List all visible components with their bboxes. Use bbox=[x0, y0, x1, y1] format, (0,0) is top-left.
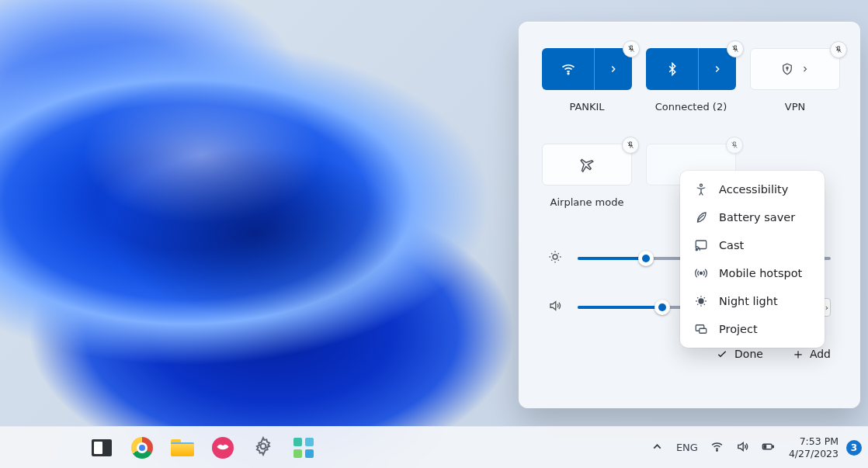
pink-app-button[interactable] bbox=[207, 432, 239, 464]
folder-icon bbox=[171, 439, 194, 456]
svg-point-2 bbox=[553, 255, 557, 259]
panel-footer: Done ＋ Add bbox=[542, 348, 837, 360]
menu-mobile-hotspot[interactable]: Mobile hotspot bbox=[680, 259, 825, 287]
svg-point-6 bbox=[700, 184, 703, 186]
menu-item-label: Project bbox=[719, 323, 758, 335]
chrome-icon bbox=[131, 437, 153, 459]
chrome-button[interactable] bbox=[126, 432, 158, 464]
clock-time: 7:53 PM bbox=[789, 435, 838, 448]
nightlight-icon bbox=[694, 294, 708, 308]
tiles-row-1: PANKIL Connected (2) VPN bbox=[542, 48, 837, 113]
copilot-icon bbox=[293, 438, 314, 458]
menu-project[interactable]: Project bbox=[680, 315, 825, 343]
settings-button[interactable] bbox=[247, 432, 279, 464]
menu-night-light[interactable]: Night light bbox=[680, 287, 825, 315]
accessibility-icon bbox=[694, 182, 708, 196]
unpin-airplane-button[interactable] bbox=[622, 137, 639, 154]
vpn-shield-icon bbox=[780, 61, 794, 77]
hotspot-icon bbox=[694, 266, 708, 280]
vpn-tile[interactable] bbox=[750, 48, 840, 90]
add-label: Add bbox=[810, 348, 831, 360]
menu-item-label: Night light bbox=[719, 295, 778, 307]
chevron-right-icon: › bbox=[825, 303, 828, 313]
svg-point-14 bbox=[717, 449, 717, 450]
airplane-icon bbox=[578, 156, 595, 173]
menu-item-label: Accessibility bbox=[719, 183, 788, 196]
brightness-icon bbox=[548, 250, 564, 267]
svg-point-1 bbox=[786, 67, 788, 68]
svg-point-8 bbox=[696, 249, 697, 251]
gear-icon bbox=[253, 436, 273, 459]
taskbar: ENG 7:53 PM 4/27/2023 3 bbox=[0, 426, 868, 468]
unpin-vpn-button[interactable] bbox=[830, 41, 847, 58]
done-button[interactable]: Done bbox=[716, 348, 763, 360]
project-icon bbox=[694, 322, 708, 336]
volume-icon bbox=[548, 299, 564, 316]
ime-indicator[interactable]: ENG bbox=[676, 442, 698, 453]
unpin-bluetooth-button[interactable] bbox=[727, 40, 744, 57]
clock-date: 4/27/2023 bbox=[789, 448, 838, 460]
svg-rect-7 bbox=[696, 241, 707, 249]
svg-point-13 bbox=[261, 443, 266, 449]
menu-battery-saver[interactable]: Battery saver bbox=[680, 203, 825, 231]
done-label: Done bbox=[734, 348, 763, 360]
wifi-label: PANKIL bbox=[569, 101, 604, 113]
menu-cast[interactable]: Cast bbox=[680, 231, 825, 259]
wifi-icon bbox=[561, 61, 576, 77]
taskbar-clock[interactable]: 7:53 PM 4/27/2023 bbox=[789, 435, 838, 459]
cast-icon bbox=[694, 238, 708, 252]
menu-item-label: Battery saver bbox=[719, 211, 795, 224]
taskbar-tray: ENG 7:53 PM 4/27/2023 3 bbox=[651, 427, 868, 468]
taskview-icon bbox=[92, 439, 112, 456]
copilot-button[interactable] bbox=[287, 432, 320, 464]
lips-icon bbox=[212, 437, 234, 459]
wifi-tile[interactable] bbox=[542, 48, 632, 90]
unpin-extra-button[interactable] bbox=[726, 137, 743, 154]
bluetooth-tile[interactable] bbox=[646, 48, 736, 90]
svg-rect-12 bbox=[700, 328, 707, 333]
menu-item-label: Cast bbox=[719, 239, 744, 251]
menu-item-label: Mobile hotspot bbox=[719, 267, 802, 279]
plus-icon: ＋ bbox=[791, 348, 804, 360]
svg-point-10 bbox=[699, 299, 703, 303]
taskview-button[interactable] bbox=[85, 432, 118, 464]
airplane-mode-tile[interactable] bbox=[542, 144, 632, 185]
quick-settings-panel: PANKIL Connected (2) VPN Airp bbox=[519, 22, 860, 408]
svg-point-0 bbox=[568, 73, 569, 75]
notification-count: 3 bbox=[851, 442, 857, 453]
check-icon bbox=[716, 348, 728, 360]
svg-point-9 bbox=[700, 272, 703, 275]
add-context-menu: Accessibility Battery saver Cast Mobile … bbox=[680, 171, 825, 348]
bluetooth-icon bbox=[665, 61, 679, 77]
svg-rect-16 bbox=[773, 445, 774, 448]
tray-wifi-icon[interactable] bbox=[710, 440, 724, 456]
airplane-label: Airplane mode bbox=[550, 196, 624, 208]
tray-overflow-button[interactable] bbox=[651, 440, 664, 456]
unpin-wifi-button[interactable] bbox=[623, 40, 640, 57]
add-button[interactable]: ＋ Add bbox=[791, 348, 831, 360]
leaf-icon bbox=[694, 210, 708, 224]
chevron-right-icon bbox=[800, 62, 810, 77]
svg-rect-17 bbox=[764, 445, 766, 447]
taskbar-apps bbox=[85, 432, 320, 464]
tray-volume-icon[interactable] bbox=[736, 440, 749, 456]
file-explorer-button[interactable] bbox=[166, 432, 199, 464]
notification-badge[interactable]: 3 bbox=[846, 440, 862, 456]
bluetooth-label: Connected (2) bbox=[655, 101, 727, 113]
vpn-label: VPN bbox=[785, 101, 805, 113]
menu-accessibility[interactable]: Accessibility bbox=[680, 175, 825, 203]
tray-battery-icon[interactable] bbox=[762, 440, 775, 456]
